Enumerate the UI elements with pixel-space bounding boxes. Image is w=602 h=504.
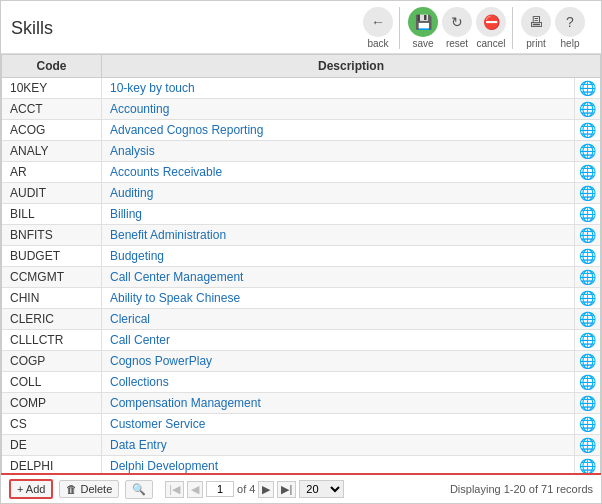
table-row[interactable]: COGPCognos PowerPlay🌐 — [2, 351, 601, 372]
first-page-button[interactable]: |◀ — [165, 481, 184, 498]
globe-icon[interactable]: 🌐 — [579, 437, 596, 453]
row-description-link[interactable]: Ability to Speak Chinese — [110, 291, 240, 305]
globe-icon[interactable]: 🌐 — [579, 185, 596, 201]
row-description-link[interactable]: Customer Service — [110, 417, 205, 431]
table-row[interactable]: DEData Entry🌐 — [2, 435, 601, 456]
row-description[interactable]: Compensation Management — [102, 393, 575, 414]
row-description[interactable]: Call Center Management — [102, 267, 575, 288]
table-row[interactable]: COLLCollections🌐 — [2, 372, 601, 393]
row-description-link[interactable]: Budgeting — [110, 249, 164, 263]
row-globe[interactable]: 🌐 — [575, 267, 601, 288]
row-description[interactable]: Delphi Development — [102, 456, 575, 474]
globe-icon[interactable]: 🌐 — [579, 164, 596, 180]
table-row[interactable]: COMPCompensation Management🌐 — [2, 393, 601, 414]
row-description[interactable]: Auditing — [102, 183, 575, 204]
row-description[interactable]: Budgeting — [102, 246, 575, 267]
save-button[interactable]: 💾 save — [408, 7, 438, 49]
row-description-link[interactable]: Cognos PowerPlay — [110, 354, 212, 368]
globe-icon[interactable]: 🌐 — [579, 101, 596, 117]
delete-button[interactable]: 🗑 Delete — [59, 480, 119, 498]
table-row[interactable]: 10KEY10-key by touch🌐 — [2, 78, 601, 99]
table-row[interactable]: CCMGMTCall Center Management🌐 — [2, 267, 601, 288]
row-description-link[interactable]: Billing — [110, 207, 142, 221]
cancel-button[interactable]: ⛔ cancel — [476, 7, 506, 49]
row-description-link[interactable]: Collections — [110, 375, 169, 389]
globe-icon[interactable]: 🌐 — [579, 80, 596, 96]
row-globe[interactable]: 🌐 — [575, 435, 601, 456]
table-row[interactable]: DELPHIDelphi Development🌐 — [2, 456, 601, 474]
globe-icon[interactable]: 🌐 — [579, 269, 596, 285]
row-description[interactable]: Billing — [102, 204, 575, 225]
row-description[interactable]: Clerical — [102, 309, 575, 330]
table-row[interactable]: CLLLCTRCall Center🌐 — [2, 330, 601, 351]
row-description-link[interactable]: Benefit Administration — [110, 228, 226, 242]
row-description-link[interactable]: 10-key by touch — [110, 81, 195, 95]
row-description-link[interactable]: Accounting — [110, 102, 169, 116]
row-globe[interactable]: 🌐 — [575, 120, 601, 141]
next-page-button[interactable]: ▶ — [258, 481, 274, 498]
globe-icon[interactable]: 🌐 — [579, 290, 596, 306]
page-input[interactable] — [206, 481, 234, 497]
row-description-link[interactable]: Clerical — [110, 312, 150, 326]
help-button[interactable]: ? help — [555, 7, 585, 49]
prev-page-button[interactable]: ◀ — [187, 481, 203, 498]
row-globe[interactable]: 🌐 — [575, 183, 601, 204]
row-description[interactable]: Analysis — [102, 141, 575, 162]
globe-icon[interactable]: 🌐 — [579, 227, 596, 243]
row-globe[interactable]: 🌐 — [575, 330, 601, 351]
row-description-link[interactable]: Auditing — [110, 186, 153, 200]
row-description-link[interactable]: Advanced Cognos Reporting — [110, 123, 263, 137]
row-globe[interactable]: 🌐 — [575, 141, 601, 162]
table-row[interactable]: BUDGETBudgeting🌐 — [2, 246, 601, 267]
globe-icon[interactable]: 🌐 — [579, 332, 596, 348]
row-description[interactable]: Accounting — [102, 99, 575, 120]
globe-icon[interactable]: 🌐 — [579, 122, 596, 138]
table-row[interactable]: ACOGAdvanced Cognos Reporting🌐 — [2, 120, 601, 141]
print-button[interactable]: 🖶 print — [521, 7, 551, 49]
table-row[interactable]: ARAccounts Receivable🌐 — [2, 162, 601, 183]
row-description-link[interactable]: Accounts Receivable — [110, 165, 222, 179]
row-description[interactable]: 10-key by touch — [102, 78, 575, 99]
row-description[interactable]: Call Center — [102, 330, 575, 351]
row-globe[interactable]: 🌐 — [575, 204, 601, 225]
globe-icon[interactable]: 🌐 — [579, 458, 596, 473]
globe-icon[interactable]: 🌐 — [579, 248, 596, 264]
row-description-link[interactable]: Delphi Development — [110, 459, 218, 473]
row-globe[interactable]: 🌐 — [575, 99, 601, 120]
row-description-link[interactable]: Call Center Management — [110, 270, 243, 284]
row-description-link[interactable]: Data Entry — [110, 438, 167, 452]
row-description[interactable]: Accounts Receivable — [102, 162, 575, 183]
globe-icon[interactable]: 🌐 — [579, 311, 596, 327]
table-row[interactable]: CSCustomer Service🌐 — [2, 414, 601, 435]
back-button[interactable]: ← back — [363, 7, 393, 49]
row-description-link[interactable]: Compensation Management — [110, 396, 261, 410]
row-description[interactable]: Data Entry — [102, 435, 575, 456]
globe-icon[interactable]: 🌐 — [579, 143, 596, 159]
table-row[interactable]: AUDITAuditing🌐 — [2, 183, 601, 204]
table-row[interactable]: ANALYAnalysis🌐 — [2, 141, 601, 162]
table-row[interactable]: BNFITSBenefit Administration🌐 — [2, 225, 601, 246]
row-globe[interactable]: 🌐 — [575, 456, 601, 474]
table-row[interactable]: CLERICClerical🌐 — [2, 309, 601, 330]
table-row[interactable]: CHINAbility to Speak Chinese🌐 — [2, 288, 601, 309]
row-description[interactable]: Cognos PowerPlay — [102, 351, 575, 372]
row-description[interactable]: Advanced Cognos Reporting — [102, 120, 575, 141]
row-globe[interactable]: 🌐 — [575, 246, 601, 267]
row-description[interactable]: Ability to Speak Chinese — [102, 288, 575, 309]
row-globe[interactable]: 🌐 — [575, 225, 601, 246]
per-page-select[interactable]: 20 50 100 — [299, 480, 344, 498]
globe-icon[interactable]: 🌐 — [579, 353, 596, 369]
globe-icon[interactable]: 🌐 — [579, 416, 596, 432]
row-description-link[interactable]: Call Center — [110, 333, 170, 347]
row-globe[interactable]: 🌐 — [575, 78, 601, 99]
reset-button[interactable]: ↻ reset — [442, 7, 472, 49]
add-button[interactable]: + Add — [9, 479, 53, 499]
row-globe[interactable]: 🌐 — [575, 414, 601, 435]
row-description-link[interactable]: Analysis — [110, 144, 155, 158]
row-description[interactable]: Collections — [102, 372, 575, 393]
row-globe[interactable]: 🌐 — [575, 288, 601, 309]
row-description[interactable]: Customer Service — [102, 414, 575, 435]
row-description[interactable]: Benefit Administration — [102, 225, 575, 246]
row-globe[interactable]: 🌐 — [575, 162, 601, 183]
row-globe[interactable]: 🌐 — [575, 309, 601, 330]
